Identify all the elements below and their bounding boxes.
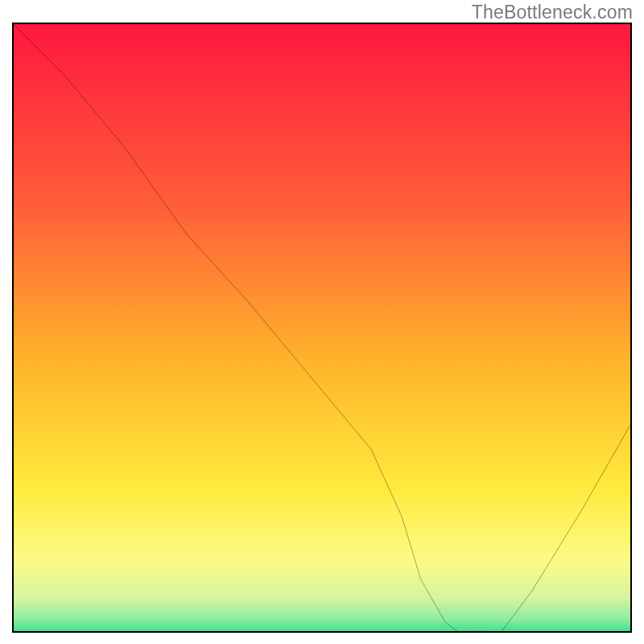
- plot-area: [12, 23, 632, 633]
- bottleneck-curve: [14, 24, 630, 633]
- bottleneck-chart: TheBottleneck.com: [0, 0, 644, 644]
- watermark-text: TheBottleneck.com: [472, 2, 633, 23]
- optimum-marker: [460, 631, 491, 633]
